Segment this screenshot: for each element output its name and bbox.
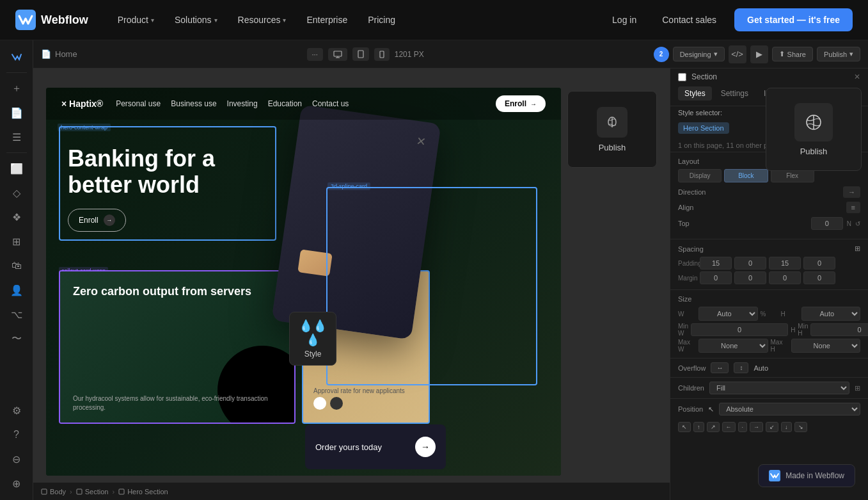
padding-right-input[interactable]	[734, 257, 766, 270]
site-nav-investing[interactable]: Investing	[227, 99, 258, 108]
publish-button[interactable]: Publish ▾	[817, 47, 860, 61]
sidebar-zoom-out-icon[interactable]: ⊖	[5, 448, 28, 471]
logo[interactable]: Webflow	[15, 10, 88, 30]
max-h-select[interactable]: None	[791, 339, 861, 353]
breadcrumb-home[interactable]: Home	[55, 49, 77, 59]
top-input[interactable]	[811, 217, 843, 230]
pos-center-btn[interactable]: ·	[738, 422, 748, 432]
breadcrumb-sep-2: ›	[112, 488, 114, 496]
top-reset[interactable]: ↺	[855, 220, 860, 227]
overflow-section: Overflow ↔ ↕ Auto	[670, 358, 868, 377]
tab-styles[interactable]: Styles	[678, 86, 712, 101]
nav-resources[interactable]: Resources ▾	[229, 10, 296, 30]
position-select[interactable]: Absolute	[719, 403, 860, 415]
top-row: Top N ↺	[678, 217, 860, 230]
margin-right-input[interactable]	[734, 271, 766, 284]
hero-enroll-button[interactable]: Enroll →	[68, 209, 126, 232]
margin-left-input[interactable]	[803, 271, 835, 284]
height-select[interactable]: Auto	[801, 307, 861, 321]
nav-pricing[interactable]: Pricing	[359, 10, 404, 30]
align-label: Align	[678, 204, 842, 211]
share-button[interactable]: ⬆ Share	[772, 47, 813, 61]
site-nav-contact[interactable]: Contact us	[312, 99, 349, 108]
sidebar-search-icon[interactable]: ⊕	[5, 472, 28, 495]
get-started-button[interactable]: Get started — it's free	[734, 8, 853, 31]
class-pill[interactable]: Hero Section	[678, 122, 729, 134]
code-view-button[interactable]: </>	[729, 45, 746, 63]
sidebar-ecomm-icon[interactable]: 🛍	[5, 254, 28, 277]
align-btn[interactable]: ≡	[846, 202, 860, 213]
sidebar-pages-icon[interactable]: 📄	[5, 101, 28, 124]
pos-left-btn[interactable]: ←	[722, 422, 736, 432]
sidebar-icon-logo[interactable]	[5, 45, 28, 69]
sidebar-add-icon[interactable]: ＋	[5, 77, 28, 100]
panel-close-icon[interactable]: ✕	[854, 72, 860, 81]
pos-top-btn[interactable]: ↑	[693, 422, 704, 432]
sidebar-cms-icon[interactable]: ⊞	[5, 230, 28, 253]
sidebar-interactions-icon[interactable]: 〜	[5, 327, 28, 350]
breadcrumb-body[interactable]: Body	[41, 488, 66, 496]
card-logo: ✕	[415, 134, 427, 149]
sidebar-logic-icon[interactable]: ⌥	[5, 303, 28, 326]
pos-top-left-btn[interactable]: ↖	[678, 422, 691, 432]
block-btn[interactable]: Block	[724, 169, 768, 182]
width-select[interactable]: Auto	[698, 307, 758, 321]
pos-bottom-btn[interactable]: ↓	[781, 422, 792, 432]
flex-btn[interactable]: Flex	[771, 169, 814, 182]
margin-bottom-input[interactable]	[769, 271, 801, 284]
designing-mode-button[interactable]: Designing ▾	[673, 47, 725, 61]
style-tooltip: 💧💧💧 Style	[289, 312, 336, 366]
padding-left-input[interactable]	[803, 257, 835, 270]
sidebar-users-icon[interactable]: 👤	[5, 278, 28, 302]
tab-settings[interactable]: Settings	[714, 86, 755, 101]
sidebar-hamburger-icon[interactable]: ☰	[5, 125, 28, 149]
padding-top-input[interactable]	[700, 257, 732, 270]
sidebar-settings-icon[interactable]: ⚙	[5, 399, 28, 422]
children-expand-icon[interactable]: ⊞	[855, 384, 860, 392]
site-nav-links: Personal use Business use Investing Educ…	[116, 99, 349, 108]
padding-bottom-input[interactable]	[769, 257, 801, 270]
direction-btn[interactable]: →	[843, 186, 860, 198]
pos-right-btn[interactable]: →	[750, 422, 763, 432]
editor-wrapper: ＋ 📄 ☰ ⬜ ◇ ❖ ⊞ 🛍 👤 ⌥ 〜 ⚙ ? ⊖ ⊕ 📄 Home ···	[0, 40, 868, 500]
site-nav-business[interactable]: Business use	[171, 99, 216, 108]
sidebar-help-icon[interactable]: ?	[5, 423, 28, 446]
webflow-badge[interactable]: Made in Webflow	[758, 464, 855, 487]
sidebar-assets-icon[interactable]: ◇	[5, 181, 28, 204]
sidebar-components-icon[interactable]: ❖	[5, 206, 28, 229]
display-btn[interactable]: Display	[678, 169, 722, 182]
spacing-section: Spacing ⊞ Padding Margin	[670, 239, 868, 289]
nav-solutions[interactable]: Solutions ▾	[166, 10, 226, 30]
toolbar-mobile-btn[interactable]	[374, 48, 390, 61]
toolbar-desktop-btn[interactable]	[328, 48, 347, 61]
toolbar-more-btn[interactable]: ···	[307, 48, 323, 61]
canvas-area[interactable]: Publish × Haptix® Personal use Business …	[33, 69, 670, 482]
nav-enterprise[interactable]: Enterprise	[297, 10, 356, 30]
callout-title: Zero carbon output from servers	[60, 271, 294, 312]
breadcrumb-hero-section[interactable]: Hero Section	[118, 488, 168, 496]
max-w-select[interactable]: None	[698, 339, 768, 353]
nav-product[interactable]: Product ▾	[109, 10, 163, 30]
site-nav-education[interactable]: Education	[268, 99, 302, 108]
spacing-expand-icon[interactable]: ⊞	[855, 245, 860, 253]
site-enroll-button[interactable]: Enroll →	[496, 95, 546, 112]
overflow-x-btn[interactable]: ↔	[711, 362, 729, 373]
margin-top-input[interactable]	[700, 271, 732, 284]
preview-button[interactable]: ▶	[750, 45, 768, 63]
min-h-input[interactable]	[810, 323, 868, 336]
login-link[interactable]: Log in	[604, 10, 644, 30]
margin-label: Margin	[678, 275, 697, 282]
pos-bottom-right-btn[interactable]: ↘	[794, 422, 807, 432]
site-nav-personal[interactable]: Personal use	[116, 99, 161, 108]
section-checkbox[interactable]	[678, 73, 686, 81]
breadcrumb-section[interactable]: Section	[76, 488, 109, 496]
overflow-y-btn[interactable]: ↕	[734, 362, 748, 373]
sidebar-layers-icon[interactable]: ⬜	[5, 157, 28, 180]
children-select[interactable]: Fill	[709, 382, 849, 394]
toolbar-tablet-btn[interactable]	[352, 47, 369, 61]
min-w-input[interactable]	[691, 323, 788, 336]
pos-top-right-btn[interactable]: ↗	[707, 422, 720, 432]
pos-bottom-left-btn[interactable]: ↙	[766, 422, 778, 432]
order-card-text: Order yours today	[315, 442, 382, 452]
contact-link[interactable]: Contact sales	[654, 10, 724, 30]
